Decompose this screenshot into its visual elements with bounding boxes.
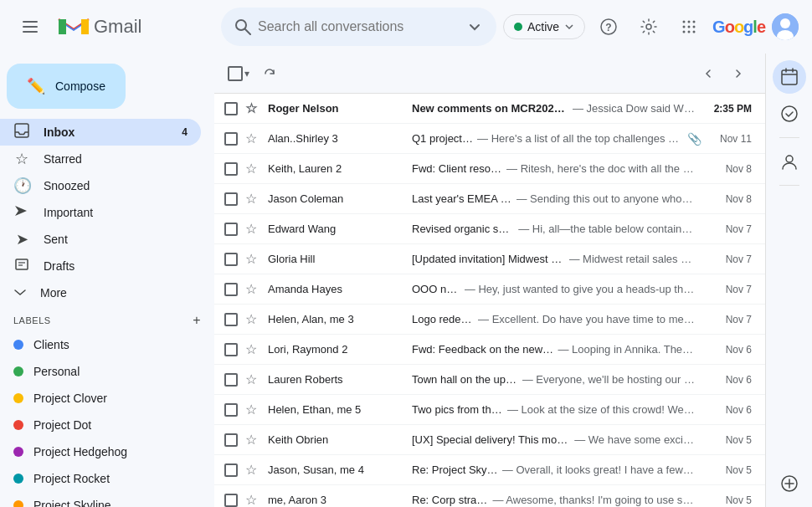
- row-star[interactable]: ☆: [241, 161, 261, 177]
- row-sender: Alan..Shirley 3: [261, 132, 412, 145]
- labels-header: LABELS +: [0, 306, 214, 331]
- select-chevron-icon[interactable]: ▾: [244, 68, 249, 79]
- row-content: Re: Project Skylight 1-pager — Overall, …: [412, 463, 695, 476]
- select-all-checkbox[interactable]: [228, 66, 243, 81]
- email-row[interactable]: ☆ Edward Wang Revised organic search num…: [214, 214, 765, 244]
- personal-dot: [13, 366, 23, 376]
- sidebar-item-starred[interactable]: ☆ Starred: [0, 146, 201, 172]
- search-input[interactable]: [258, 19, 466, 34]
- row-checkbox-wrap: [221, 463, 241, 477]
- row-checkbox-wrap: [221, 102, 241, 115]
- email-row[interactable]: ☆ Jason Coleman Last year's EMEA strateg…: [214, 184, 765, 214]
- row-time: Nov 6: [708, 344, 758, 356]
- row-checkbox[interactable]: [224, 283, 238, 296]
- row-star[interactable]: ☆: [241, 402, 261, 417]
- row-checkbox[interactable]: [224, 253, 238, 266]
- sidebar-item-snoozed[interactable]: 🕐 Snoozed: [0, 172, 201, 199]
- row-star[interactable]: ☆: [241, 191, 261, 207]
- search-expand-icon[interactable]: [466, 18, 483, 35]
- sidebar-item-inbox[interactable]: Inbox 4: [0, 119, 201, 146]
- star-icon: ☆: [245, 221, 257, 237]
- apps-button[interactable]: [672, 10, 706, 44]
- row-snippet: — Sending this out to anyone who missed …: [516, 192, 696, 205]
- row-star[interactable]: ☆: [241, 462, 261, 478]
- row-checkbox[interactable]: [224, 313, 238, 326]
- row-checkbox-wrap: [221, 313, 241, 326]
- email-row[interactable]: ☆ Lori, Raymond 2 Fwd: Feedback on the n…: [214, 335, 765, 365]
- email-row[interactable]: ☆ Keith, Lauren 2 Fwd: Client resources …: [214, 154, 765, 184]
- svg-rect-0: [23, 21, 38, 23]
- label-project-hedgehog[interactable]: Project Hedgehog: [0, 438, 201, 465]
- row-star[interactable]: ☆: [241, 281, 261, 297]
- label-project-dot[interactable]: Project Dot: [0, 412, 201, 438]
- label-project-clover[interactable]: Project Clover: [0, 385, 201, 412]
- row-star[interactable]: ☆: [241, 131, 261, 146]
- avatar[interactable]: [772, 13, 799, 40]
- row-star[interactable]: ☆: [241, 311, 261, 327]
- row-star[interactable]: ☆: [241, 432, 261, 448]
- row-sender: me, Aaron 3: [261, 494, 412, 506]
- sidebar-item-important[interactable]: Important: [0, 199, 201, 226]
- more-nav-button[interactable]: More: [0, 279, 214, 306]
- active-status[interactable]: Active: [503, 14, 585, 39]
- row-star[interactable]: ☆: [241, 251, 261, 267]
- row-star[interactable]: ☆: [241, 371, 261, 387]
- calendar-button[interactable]: [773, 60, 806, 94]
- row-star[interactable]: ☆: [241, 100, 261, 116]
- settings-icon: [640, 18, 657, 35]
- svg-rect-20: [16, 259, 28, 269]
- sidebar-item-sent[interactable]: ➤ Sent: [0, 226, 201, 253]
- email-row[interactable]: ☆ Lauren Roberts Town hall on the upcomi…: [214, 365, 765, 395]
- label-personal[interactable]: Personal: [0, 358, 201, 385]
- row-checkbox[interactable]: [224, 373, 238, 387]
- row-checkbox[interactable]: [224, 343, 238, 356]
- email-row[interactable]: ☆ Keith Obrien [UX] Special delivery! Th…: [214, 425, 765, 455]
- tasks-button[interactable]: [773, 97, 806, 131]
- row-star[interactable]: ☆: [241, 341, 261, 357]
- star-icon: ☆: [245, 402, 257, 417]
- email-row[interactable]: ☆ Helen, Alan, me 3 Logo redesign ideas …: [214, 305, 765, 335]
- email-row[interactable]: ☆ Amanda Hayes OOO next week — Hey, just…: [214, 274, 765, 305]
- settings-button[interactable]: [632, 10, 666, 44]
- row-checkbox-wrap: [221, 494, 241, 507]
- row-checkbox[interactable]: [224, 102, 238, 115]
- menu-button[interactable]: [13, 10, 47, 44]
- compose-button[interactable]: ✏️ Compose: [7, 64, 126, 109]
- row-checkbox[interactable]: [224, 223, 238, 236]
- add-app-button[interactable]: [773, 467, 806, 500]
- prev-page-button[interactable]: [695, 60, 722, 87]
- row-star[interactable]: ☆: [241, 221, 261, 237]
- email-row[interactable]: ☆ Jason, Susan, me 4 Re: Project Skyligh…: [214, 455, 765, 485]
- row-checkbox[interactable]: [224, 162, 238, 176]
- svg-text:?: ?: [605, 22, 611, 33]
- row-checkbox[interactable]: [224, 494, 238, 507]
- label-project-rocket[interactable]: Project Rocket: [0, 465, 201, 492]
- row-content: Two pics from the conference — Look at t…: [412, 403, 695, 416]
- row-star[interactable]: ☆: [241, 492, 261, 507]
- row-checkbox[interactable]: [224, 132, 238, 146]
- row-subject: Fwd: Client resources for Q3: [412, 162, 503, 175]
- email-row[interactable]: ☆ Helen, Ethan, me 5 Two pics from the c…: [214, 395, 765, 425]
- add-label-icon[interactable]: +: [193, 313, 201, 328]
- contacts-button[interactable]: [773, 145, 806, 178]
- email-row[interactable]: ☆ me, Aaron 3 Re: Corp strategy slides? …: [214, 485, 765, 507]
- row-subject: OOO next week: [412, 283, 461, 295]
- sidebar-item-drafts[interactable]: Drafts: [0, 253, 201, 279]
- row-checkbox[interactable]: [224, 463, 238, 477]
- star-icon: ☆: [245, 131, 257, 146]
- email-row[interactable]: ☆ Roger Nelson New comments on MCR2020 d…: [214, 94, 765, 124]
- row-time: Nov 6: [708, 374, 758, 386]
- label-clients[interactable]: Clients: [0, 331, 201, 358]
- compose-pencil-icon: ✏️: [27, 77, 45, 95]
- refresh-button[interactable]: [256, 60, 283, 87]
- help-button[interactable]: ?: [592, 10, 625, 44]
- row-checkbox[interactable]: [224, 433, 238, 447]
- email-row[interactable]: ☆ Alan..Shirley 3 Q1 project wrap-up — H…: [214, 124, 765, 154]
- email-row[interactable]: ☆ Gloria Hill [Updated invitation] Midwe…: [214, 244, 765, 274]
- row-sender: Lori, Raymond 2: [261, 343, 412, 356]
- inbox-icon: [13, 123, 30, 142]
- next-page-button[interactable]: [725, 60, 752, 87]
- row-checkbox[interactable]: [224, 192, 238, 206]
- label-project-skyline[interactable]: Project Skyline: [0, 492, 201, 507]
- row-checkbox[interactable]: [224, 403, 238, 417]
